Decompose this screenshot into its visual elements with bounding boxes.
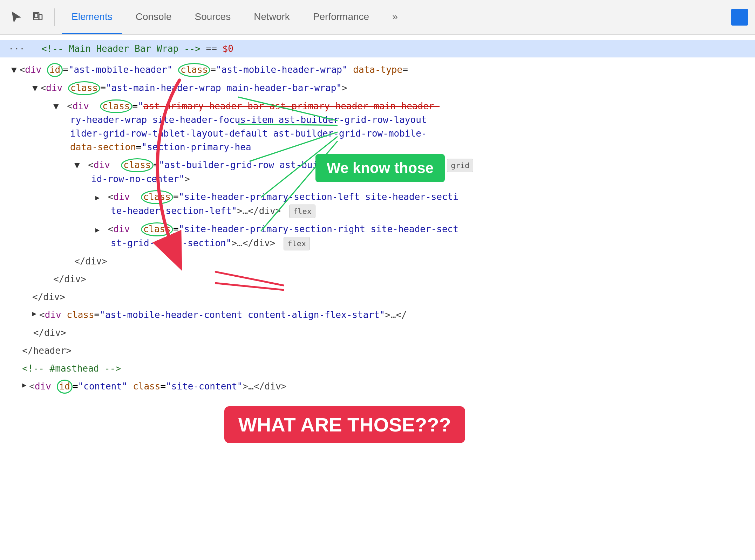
selected-element-bar: ··· <!-- Main Header Bar Wrap --> == $0 — [0, 40, 755, 57]
what-are-those-tooltip: WHAT ARE THOSE??? — [224, 406, 465, 443]
flex-badge-1: flex — [289, 205, 315, 218]
devtools-topbar: Elements Console Sources Network Perform… — [0, 0, 755, 35]
tree-line: </div> — [32, 288, 755, 306]
tab-network[interactable]: Network — [244, 0, 300, 34]
settings-icon — [731, 9, 748, 26]
tree-line: </div> — [11, 324, 755, 342]
tree-line: ▼ <div class="ast-primary-header-bar ast… — [53, 97, 755, 157]
tree-line: ▼ <div class="ast-main-header-wrap main-… — [32, 79, 755, 97]
tab-more[interactable]: » — [382, 0, 408, 34]
tree-line: </div> — [53, 270, 755, 288]
tab-console[interactable]: Console — [126, 0, 182, 34]
tree-line: ▶ <div class="site-header-primary-sectio… — [95, 220, 755, 253]
tree-line: ▶ <div class="ast-mobile-header-content … — [32, 306, 755, 324]
grid-badge: grid — [447, 159, 473, 172]
tree-line: <!-- #masthead --> — [11, 360, 755, 378]
divider — [54, 8, 55, 26]
flex-badge-2: flex — [284, 237, 310, 250]
tab-elements[interactable]: Elements — [62, 0, 122, 34]
svg-rect-1 — [35, 14, 38, 18]
svg-rect-2 — [39, 15, 42, 20]
cursor-tool-button[interactable] — [7, 8, 25, 26]
device-toggle-button[interactable] — [29, 8, 47, 26]
tree-line: ▶ <div id="content" class="site-content"… — [11, 378, 755, 396]
tree-line: ▶ <div class="site-header-primary-sectio… — [95, 188, 755, 220]
comment-text: <!-- Main Header Bar Wrap --> — [41, 43, 200, 54]
tree-line: </header> — [11, 342, 755, 360]
we-know-those-tooltip: We know those — [315, 154, 445, 182]
tree-line: </div> — [74, 253, 755, 270]
tab-performance[interactable]: Performance — [303, 0, 379, 34]
devtools-content-area: ··· <!-- Main Header Bar Wrap --> == $0 … — [0, 35, 755, 396]
html-tree: ▼ <div id="ast-mobile-header" class="ast… — [0, 60, 755, 396]
tree-line: ▼ <div id="ast-mobile-header" class="ast… — [11, 61, 755, 79]
tab-sources[interactable]: Sources — [185, 0, 240, 34]
